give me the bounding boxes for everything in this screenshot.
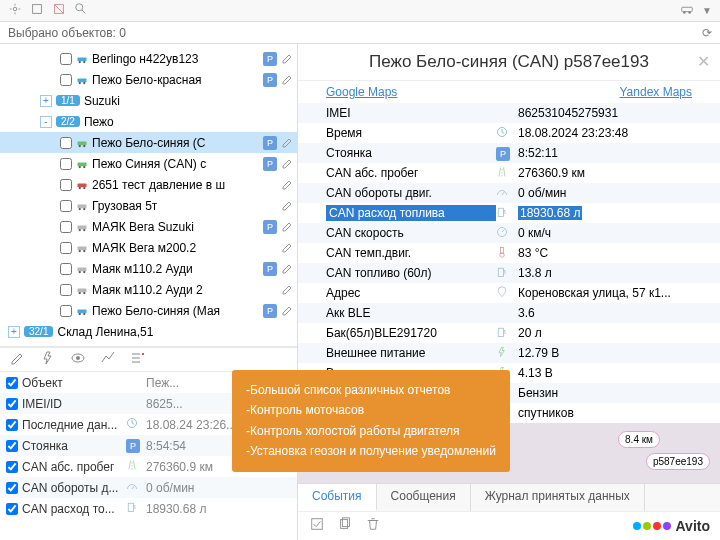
square-icon[interactable]: [30, 2, 44, 20]
action-icon[interactable]: [281, 74, 293, 86]
row-icon: [126, 459, 146, 474]
yandex-maps-link[interactable]: Yandex Maps: [620, 85, 693, 99]
action-icon[interactable]: [281, 305, 293, 317]
copy-icon[interactable]: [338, 517, 352, 535]
trash-icon[interactable]: [366, 517, 380, 535]
tree-checkbox[interactable]: [60, 158, 72, 170]
row-checkbox[interactable]: [6, 461, 18, 473]
google-maps-link[interactable]: Google Maps: [326, 85, 397, 99]
tree-item[interactable]: МАЯК Вега м200.2: [0, 237, 297, 258]
action-icon[interactable]: [281, 137, 293, 149]
svg-line-56: [502, 229, 504, 231]
row-checkbox[interactable]: [6, 482, 18, 494]
tree-item[interactable]: +1/1Suzuki: [0, 90, 297, 111]
row-icon: [126, 480, 146, 495]
eye-icon[interactable]: [70, 350, 86, 370]
detail-label: Стоянка: [6, 439, 126, 453]
tree-checkbox[interactable]: [60, 221, 72, 233]
clear-icon[interactable]: [52, 2, 66, 20]
svg-point-29: [83, 228, 85, 230]
action-icon[interactable]: [281, 158, 293, 170]
tree-label: Пежо Бело-синяя (C: [92, 136, 205, 150]
tree-item[interactable]: Пежо Синяя (CAN) сP: [0, 153, 297, 174]
action-icon[interactable]: [281, 179, 293, 191]
tree-checkbox[interactable]: [60, 200, 72, 212]
svg-point-17: [83, 144, 85, 146]
tree-item[interactable]: Berlingo н422ув123P: [0, 48, 297, 69]
action-icon[interactable]: [281, 221, 293, 233]
svg-point-43: [76, 356, 80, 360]
expand-icon[interactable]: +: [8, 326, 20, 338]
tab[interactable]: События: [298, 484, 377, 511]
detail-label: Последние дан...: [6, 418, 126, 432]
tree-item[interactable]: Грузовая 5т: [0, 195, 297, 216]
row-checkbox[interactable]: [6, 398, 18, 410]
tree-item[interactable]: МАЯК Вега SuzukiP: [0, 216, 297, 237]
tree-item[interactable]: Маяк м110.2 АудиP: [0, 258, 297, 279]
info-row: Время18.08.2024 23:23:48: [298, 123, 720, 143]
info-row: CAN обороты двиг.0 об/мин: [298, 183, 720, 203]
tree-checkbox[interactable]: [60, 179, 72, 191]
vehicle-icon: [76, 200, 88, 212]
action-icon[interactable]: [281, 242, 293, 254]
tree-item[interactable]: -2/2Пежо: [0, 111, 297, 132]
detail-label: CAN расход то...: [6, 502, 126, 516]
selection-label: Выбрано объектов:: [8, 26, 116, 40]
tree-checkbox[interactable]: [60, 242, 72, 254]
action-icon[interactable]: [281, 263, 293, 275]
info-value: 18.08.2024 23:23:48: [518, 126, 692, 140]
tree-item[interactable]: Маяк м110.2 Ауди 2: [0, 279, 297, 300]
tree-item[interactable]: Пежо Бело-синяя (МаяP: [0, 300, 297, 321]
tree-checkbox[interactable]: [60, 137, 72, 149]
row-icon: [496, 246, 518, 261]
svg-point-23: [83, 186, 85, 188]
tree-item[interactable]: Пежо Бело-синяя (CP: [0, 132, 297, 153]
menu-close-icon[interactable]: [130, 350, 146, 370]
car-icon[interactable]: [680, 2, 694, 20]
action-icon[interactable]: [281, 53, 293, 65]
lightning-icon[interactable]: [40, 350, 56, 370]
svg-line-3: [55, 4, 64, 13]
tree-checkbox[interactable]: [60, 263, 72, 275]
tree-checkbox[interactable]: [60, 74, 72, 86]
row-checkbox[interactable]: [6, 503, 18, 515]
row-icon: [496, 186, 518, 201]
edit-icon[interactable]: [10, 350, 26, 370]
chart-icon[interactable]: [100, 350, 116, 370]
refresh-icon[interactable]: ⟳: [702, 26, 712, 40]
row-checkbox[interactable]: [6, 440, 18, 452]
tree-checkbox[interactable]: [60, 284, 72, 296]
avito-text: Avito: [676, 518, 710, 534]
count-badge: 2/2: [56, 116, 80, 127]
row-checkbox[interactable]: [6, 419, 18, 431]
svg-rect-39: [78, 309, 87, 313]
tab[interactable]: Журнал принятых данных: [471, 484, 645, 511]
selection-bar: Выбрано объектов: 0 ⟳: [0, 22, 720, 44]
vehicle-icon: [76, 284, 88, 296]
info-row: CAN абс. пробег276360.9 км: [298, 163, 720, 183]
info-value: 20 л: [518, 326, 692, 340]
row-checkbox[interactable]: [6, 377, 18, 389]
settings-icon[interactable]: [8, 2, 22, 20]
action-icon[interactable]: [281, 200, 293, 212]
tree-item[interactable]: Пежо Бело-краснаяP: [0, 69, 297, 90]
chevron-down-icon[interactable]: ▼: [702, 5, 712, 16]
tree-checkbox[interactable]: [60, 53, 72, 65]
close-icon[interactable]: ✕: [697, 52, 710, 71]
tab[interactable]: Сообщения: [377, 484, 471, 511]
check-icon[interactable]: [310, 517, 324, 535]
search-icon[interactable]: [74, 2, 88, 20]
info-value: 862531045275931: [518, 106, 692, 120]
tree-checkbox[interactable]: [60, 305, 72, 317]
action-icon[interactable]: [281, 284, 293, 296]
expand-icon[interactable]: -: [40, 116, 52, 128]
svg-rect-60: [498, 328, 503, 336]
parking-icon: P: [263, 52, 277, 66]
tree-label: Пежо Бело-синяя (Мая: [92, 304, 220, 318]
tree-item[interactable]: 2651 тест давление в ш: [0, 174, 297, 195]
vehicle-title: Пежо Бело-синяя (CAN) р587ее193: [369, 52, 649, 71]
expand-icon[interactable]: +: [40, 95, 52, 107]
info-value: 4.13 В: [518, 366, 692, 380]
tree-item[interactable]: +32/1Склад Ленина,51: [0, 321, 297, 342]
parking-icon: P: [263, 220, 277, 234]
